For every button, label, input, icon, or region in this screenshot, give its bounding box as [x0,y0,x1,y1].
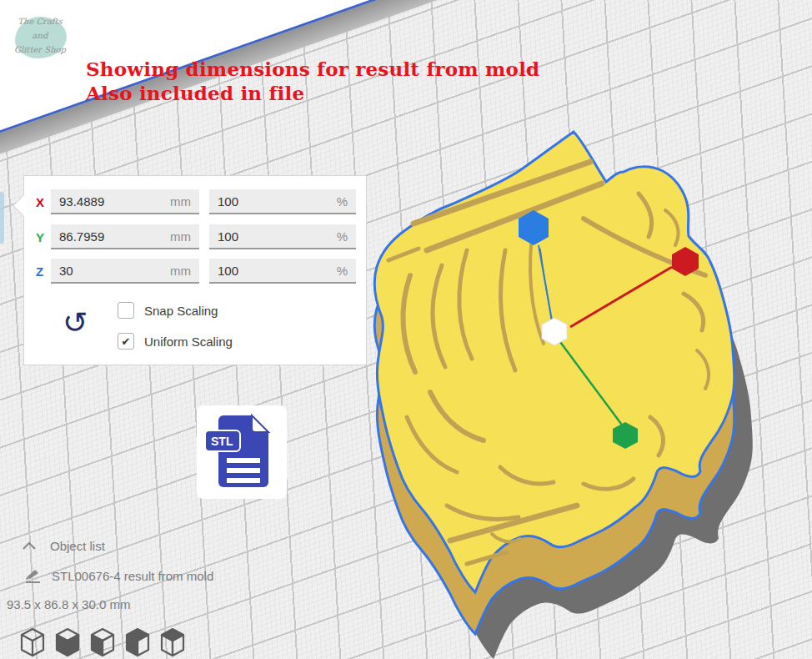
svg-text:STL: STL [211,435,233,448]
x-size-value: 93.4889 [59,194,104,209]
view-top-button[interactable] [90,627,115,657]
uniform-scaling-checkbox[interactable]: ✔ [118,333,134,350]
view-toolbar [20,627,185,657]
x-percent-value: 100 [218,194,238,209]
z-percent-value: 100 [218,264,238,278]
y-axis-label: Y [36,230,51,244]
x-percent-unit: % [337,194,348,209]
shop-logo: The Crafts and Glitter Shop [7,7,73,68]
y-size-input[interactable]: 86.7959 mm [51,224,199,249]
edit-pencil-icon[interactable] [23,567,42,584]
z-size-value: 30 [59,264,73,278]
x-percent-input[interactable]: 100 % [209,189,356,214]
view-left-button[interactable] [125,627,150,657]
uniform-scaling-label: Uniform Scaling [144,335,233,349]
view-front-button[interactable] [55,627,80,657]
scale-tool-panel: X 93.4889 mm 100 % Y 86.7959 mm 100 % Z [23,175,367,365]
app-viewport: The Crafts and Glitter Shop Showing dime… [0,0,812,659]
logo-line3: Glitter Shop [7,43,73,57]
reset-scale-icon[interactable]: ↺ [63,308,88,338]
object-list-item[interactable]: STL00676-4 result from mold [52,569,213,583]
snap-scaling-label: Snap Scaling [144,304,218,318]
object-list-title[interactable]: Object list [50,539,105,553]
z-axis-label: Z [36,264,51,279]
annotation-line1: Showing dimensions for result from mold [86,57,539,81]
x-size-unit: mm [170,194,191,209]
annotation-heading: Showing dimensions for result from mold … [86,57,539,105]
stl-file-icon: STL [203,412,280,492]
collapse-chevron-icon[interactable] [22,541,37,551]
y-percent-input[interactable]: 100 % [209,224,356,249]
z-size-input[interactable]: 30 mm [51,259,199,284]
checkmark-icon: ✔ [122,335,131,348]
y-percent-unit: % [337,229,348,244]
y-size-unit: mm [170,229,191,244]
z-percent-unit: % [337,264,348,278]
z-size-unit: mm [170,264,191,278]
y-size-value: 86.7959 [59,229,104,244]
logo-line2: and [7,28,73,43]
z-percent-input[interactable]: 100 % [209,259,356,284]
object-dimensions: 93.5 x 86.8 x 30.0 mm [7,597,130,611]
x-size-input[interactable]: 93.4889 mm [51,189,199,214]
view-right-button[interactable] [160,627,185,657]
logo-line1: The Crafts [7,14,73,28]
stl-file-badge: STL [197,405,287,499]
x-axis-label: X [36,195,51,209]
y-percent-value: 100 [218,229,238,244]
snap-scaling-checkbox[interactable] [118,302,134,319]
view-3d-button[interactable] [20,627,45,657]
annotation-line2: Also included in file [86,81,539,105]
logo-text: The Crafts and Glitter Shop [7,14,73,57]
